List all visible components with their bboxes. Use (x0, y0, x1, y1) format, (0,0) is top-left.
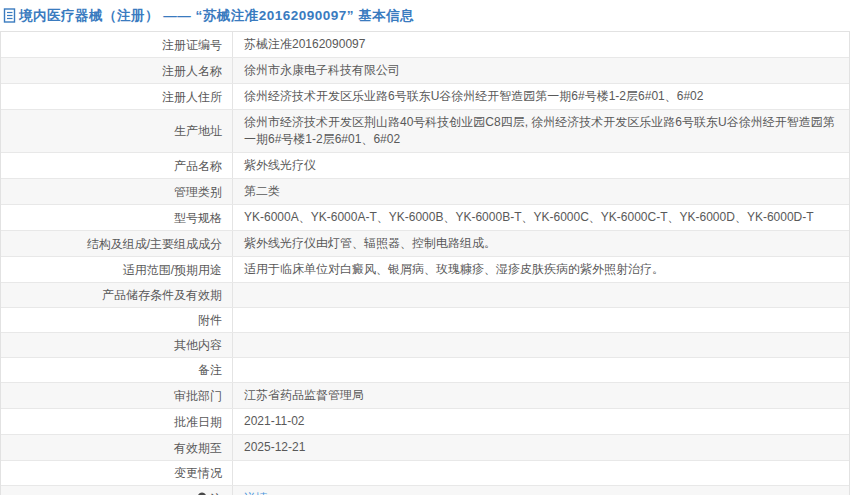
row-label: 备注 (1, 358, 233, 382)
row-label: 审批部门 (1, 383, 233, 408)
row-value: 第二类 (233, 179, 849, 204)
row-value: YK-6000A、YK-6000A-T、YK-6000B、YK-6000B-T、… (233, 205, 849, 230)
table-row-storage-validity: 产品储存条件及有效期 (1, 282, 849, 307)
row-label: 产品储存条件及有效期 (1, 283, 233, 307)
row-label: 适用范围/预期用途 (1, 257, 233, 282)
row-label: 注册人住所 (1, 84, 233, 109)
row-label: 有效期至 (1, 435, 233, 460)
row-label: 产品名称 (1, 153, 233, 178)
table-row-production-address: 生产地址 徐州市经济技术开发区荆山路40号科技创业园C8四层, 徐州经济技术开发… (1, 109, 849, 152)
row-value (233, 291, 849, 299)
document-icon (3, 8, 17, 23)
row-value: 徐州市永康电子科技有限公司 (233, 58, 849, 83)
row-label: 型号规格 (1, 205, 233, 230)
table-row-product-name: 产品名称 紫外线光疗仪 (1, 152, 849, 178)
table-row-registration-number: 注册证编号 苏械注准20162090097 (1, 32, 849, 57)
row-value: 适用于临床单位对白癜风、银屑病、玫瑰糠疹、湿疹皮肤疾病的紫外照射治疗。 (233, 257, 849, 282)
row-label: 批准日期 (1, 409, 233, 434)
table-row-approval-date: 批准日期 2021-11-02 (1, 408, 849, 434)
table-row-other-content: 其他内容 (1, 332, 849, 357)
row-value: 紫外线光疗仪 (233, 153, 849, 178)
row-value (233, 469, 849, 477)
row-value: 2021-11-02 (233, 409, 849, 434)
row-label: 生产地址 (1, 110, 233, 152)
row-value: 江苏省药品监督管理局 (233, 383, 849, 408)
row-value: 2025-12-21 (233, 435, 849, 460)
table-row-attachments: 附件 (1, 307, 849, 332)
row-value: 徐州市经济技术开发区荆山路40号科技创业园C8四层, 徐州经济技术开发区乐业路6… (233, 110, 849, 152)
row-label: 注 (1, 486, 233, 495)
table-row-registrant-name: 注册人名称 徐州市永康电子科技有限公司 (1, 57, 849, 83)
registration-info-table: 注册证编号 苏械注准20162090097 注册人名称 徐州市永康电子科技有限公… (0, 31, 850, 495)
row-value (233, 341, 849, 349)
table-row-model-spec: 型号规格 YK-6000A、YK-6000A-T、YK-6000B、YK-600… (1, 204, 849, 230)
page-title: 境内医疗器械（注册） —— “苏械注准20162090097” 基本信息 (19, 7, 414, 25)
registration-detail-page: 境内医疗器械（注册） —— “苏械注准20162090097” 基本信息 注册证… (0, 0, 850, 495)
row-label: 注册人名称 (1, 58, 233, 83)
table-row-approval-department: 审批部门 江苏省药品监督管理局 (1, 382, 849, 408)
row-label: 其他内容 (1, 333, 233, 357)
row-label: 注册证编号 (1, 32, 233, 57)
table-row-note: 注 详情 (1, 485, 849, 495)
row-label: 附件 (1, 308, 233, 332)
row-value (233, 316, 849, 324)
row-value: 紫外线光疗仪由灯管、辐照器、控制电路组成。 (233, 231, 849, 256)
note-label: 注 (210, 491, 222, 495)
row-label: 变更情况 (1, 461, 233, 485)
table-row-valid-until: 有效期至 2025-12-21 (1, 434, 849, 460)
table-row-remarks: 备注 (1, 357, 849, 382)
row-label: 结构及组成/主要组成成分 (1, 231, 233, 256)
page-header: 境内医疗器械（注册） —— “苏械注准20162090097” 基本信息 (0, 0, 850, 31)
row-value: 详情 (233, 486, 849, 495)
table-row-intended-use: 适用范围/预期用途 适用于临床单位对白癜风、银屑病、玫瑰糠疹、湿疹皮肤疾病的紫外… (1, 256, 849, 282)
table-row-composition: 结构及组成/主要组成成分 紫外线光疗仪由灯管、辐照器、控制电路组成。 (1, 230, 849, 256)
table-row-registrant-address: 注册人住所 徐州经济技术开发区乐业路6号联东U谷徐州经开智造园第一期6#号楼1-… (1, 83, 849, 109)
row-value (233, 366, 849, 374)
row-label: 管理类别 (1, 179, 233, 204)
details-link[interactable]: 详情 (244, 490, 268, 495)
table-row-change-status: 变更情况 (1, 460, 849, 485)
row-value: 徐州经济技术开发区乐业路6号联东U谷徐州经开智造园第一期6#号楼1-2层6#01… (233, 84, 849, 109)
row-value: 苏械注准20162090097 (233, 32, 849, 57)
table-row-management-class: 管理类别 第二类 (1, 178, 849, 204)
